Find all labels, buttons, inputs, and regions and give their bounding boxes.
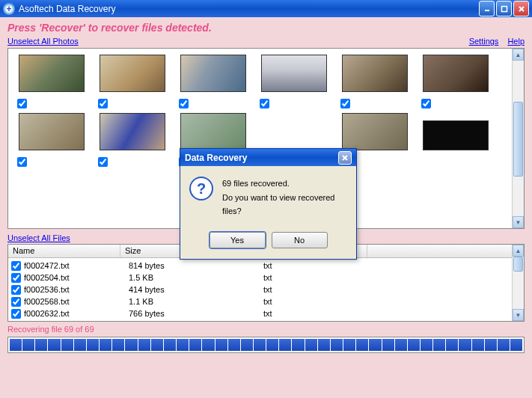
- titlebar: + Asoftech Data Recovery: [0, 0, 532, 17]
- file-checkbox[interactable]: [11, 297, 21, 307]
- unselect-files-link[interactable]: Unselect All Files: [7, 233, 70, 242]
- table-row[interactable]: f0002504.txt1.5 KBtxt: [8, 272, 524, 284]
- progress-segment: [228, 339, 240, 351]
- progress-segment: [485, 339, 497, 351]
- file-checkbox[interactable]: [11, 273, 21, 283]
- progress-segment: [292, 339, 304, 351]
- scroll-thumb[interactable]: [513, 257, 523, 272]
- file-name: f0002568.txt: [24, 297, 129, 306]
- photo-checkbox[interactable]: [340, 99, 350, 108]
- help-link[interactable]: Help: [507, 37, 525, 46]
- progress-segment: [510, 339, 522, 351]
- col-spacer: [367, 245, 524, 257]
- progress-segment: [472, 339, 484, 351]
- progress-segment: [48, 339, 60, 351]
- file-size: 814 bytes: [129, 261, 263, 270]
- close-button[interactable]: [513, 1, 529, 16]
- progress-segment: [215, 339, 227, 351]
- file-checkbox[interactable]: [11, 309, 21, 319]
- photo-checkbox[interactable]: [98, 157, 108, 167]
- table-row[interactable]: f0002536.txt414 bytestxt: [8, 284, 524, 296]
- photo-item[interactable]: [95, 55, 170, 110]
- col-name[interactable]: Name: [8, 245, 120, 257]
- file-ext: txt: [263, 297, 376, 306]
- photo-item[interactable]: [337, 55, 412, 110]
- svg-rect-1: [501, 6, 507, 11]
- file-ext: txt: [263, 273, 376, 282]
- minimize-button[interactable]: [479, 1, 495, 16]
- progress-segment: [498, 339, 510, 351]
- file-size: 1.1 KB: [129, 297, 263, 306]
- file-size: 766 bytes: [129, 309, 263, 318]
- progress-segment: [446, 339, 458, 351]
- table-row[interactable]: f0002568.txt1.1 KBtxt: [8, 296, 524, 307]
- progress-segment: [266, 339, 278, 351]
- dialog-line2: Do you want to view recovered files?: [222, 191, 347, 218]
- dialog-title: Data Recovery: [185, 153, 247, 163]
- progress-segment: [356, 339, 368, 351]
- progress-segment: [254, 339, 266, 351]
- dialog-titlebar: Data Recovery: [180, 149, 356, 166]
- progress-segment: [459, 339, 471, 351]
- photo-checkbox[interactable]: [179, 99, 189, 108]
- progress-segment: [305, 339, 317, 351]
- progress-segment: [382, 339, 394, 351]
- thumbnail: [342, 113, 408, 150]
- thumbnail: [100, 113, 165, 150]
- file-checkbox[interactable]: [11, 285, 21, 295]
- photo-item[interactable]: [14, 113, 89, 168]
- file-size: 414 bytes: [129, 285, 263, 294]
- photo-item[interactable]: [257, 55, 331, 110]
- thumbnail: [423, 120, 489, 150]
- thumbnail: [261, 55, 327, 92]
- no-button[interactable]: No: [272, 232, 328, 248]
- photo-checkbox[interactable]: [260, 99, 269, 108]
- thumbnail: [180, 55, 246, 92]
- question-icon: ?: [189, 177, 213, 200]
- instruction-text: Press 'Recover' to recover files detecte…: [7, 22, 525, 34]
- file-table-body: f0002472.txt814 bytestxtf0002504.txt1.5 …: [8, 258, 524, 321]
- photo-item[interactable]: [14, 55, 89, 110]
- table-row[interactable]: f0002472.txt814 bytestxt: [8, 260, 524, 272]
- photo-checkbox[interactable]: [17, 99, 27, 108]
- file-ext: txt: [263, 285, 376, 294]
- progress-segment: [279, 339, 291, 351]
- unselect-photos-link[interactable]: Unselect All Photos: [7, 37, 79, 46]
- progress-segment: [241, 339, 253, 351]
- photo-checkbox[interactable]: [421, 99, 431, 108]
- photo-checkbox[interactable]: [17, 157, 27, 167]
- settings-link[interactable]: Settings: [469, 37, 499, 46]
- thumbnail: [180, 113, 246, 150]
- progress-segment: [421, 339, 432, 351]
- progress-segment: [177, 339, 189, 351]
- progress-segment: [35, 339, 47, 351]
- table-row[interactable]: f0002632.txt766 bytestxt: [8, 307, 524, 319]
- progress-bar: [7, 337, 525, 353]
- photo-item[interactable]: [418, 113, 493, 168]
- progress-segment: [433, 339, 445, 351]
- scroll-down-icon[interactable]: ▼: [513, 309, 524, 321]
- progress-segment: [318, 339, 330, 351]
- progress-segment: [74, 339, 86, 351]
- scroll-up-icon[interactable]: ▲: [513, 245, 524, 257]
- progress-segment: [138, 339, 150, 351]
- photo-checkbox[interactable]: [98, 99, 108, 108]
- maximize-button[interactable]: [496, 1, 512, 16]
- scroll-thumb[interactable]: [513, 102, 523, 177]
- scroll-up-icon[interactable]: ▲: [513, 49, 524, 61]
- yes-button[interactable]: Yes: [210, 232, 266, 248]
- thumbnail: [19, 113, 85, 150]
- progress-segment: [125, 339, 137, 351]
- photo-scrollbar[interactable]: ▲ ▼: [512, 49, 524, 228]
- file-name: f0002536.txt: [24, 285, 129, 294]
- file-scrollbar[interactable]: ▲ ▼: [512, 245, 524, 321]
- photo-item[interactable]: [418, 55, 493, 110]
- progress-segment: [112, 339, 124, 351]
- file-size: 1.5 KB: [129, 273, 263, 282]
- photo-item[interactable]: [176, 55, 251, 110]
- file-checkbox[interactable]: [11, 261, 21, 271]
- scroll-down-icon[interactable]: ▼: [513, 216, 524, 228]
- thumbnail: [19, 55, 85, 92]
- photo-item[interactable]: [95, 113, 170, 168]
- dialog-close-button[interactable]: [338, 151, 352, 165]
